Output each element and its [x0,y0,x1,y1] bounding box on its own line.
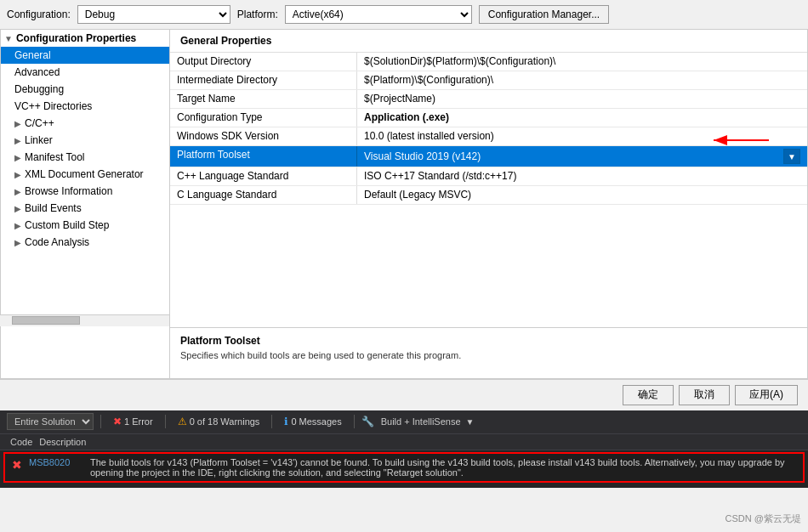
build-label: Build + IntelliSense [381,416,461,427]
desc-title: Platform Toolset [180,335,797,347]
configuration-bar: Configuration: Debug Platform: Active(x6… [0,0,808,30]
config-label: Configuration: [7,8,71,20]
ok-button[interactable]: 确定 [623,385,674,405]
error-row-msb8020[interactable]: ✖ MSB8020 The build tools for v143 (Plat… [3,452,805,483]
tree-item-vc-directories[interactable]: VC++ Directories [1,98,169,115]
prop-output-dir[interactable]: Output Directory $(SolutionDir)$(Platfor… [170,53,807,71]
toolbar-separator-1 [100,415,101,428]
error-icon: ✖ [113,416,122,427]
tree-item-manifest-tool[interactable]: ▶ Manifest Tool [1,149,169,166]
tree-panel: ▼ Configuration Properties General Advan… [0,30,170,379]
expand-arrow: ▼ [4,34,13,43]
toolset-dropdown-button[interactable]: ▼ [783,149,800,164]
toolbar-separator-4 [354,415,355,428]
warning-icon: ⚠ [178,416,187,427]
props-table: Output Directory $(SolutionDir)$(Platfor… [170,53,807,327]
message-count-text: 0 Messages [291,416,341,427]
tree-item-linker[interactable]: ▶ Linker [1,132,169,149]
props-header: General Properties [170,30,807,53]
apply-button[interactable]: 应用(A) [735,385,798,405]
tree-item-browse-info[interactable]: ▶ Browse Information [1,183,169,200]
build-filter-icon: 🔧 [361,416,374,427]
prop-intermediate-dir[interactable]: Intermediate Directory $(Platform)\$(Con… [170,71,807,90]
message-count-badge[interactable]: ℹ 0 Messages [279,414,346,429]
config-manager-button[interactable]: Configuration Manager... [479,5,609,24]
csdn-watermark: CSDN @紫云无堤 [725,512,801,525]
prop-platform-toolset[interactable]: Platform Toolset Visual Studio 2019 (v14… [170,146,807,167]
tree-root[interactable]: ▼ Configuration Properties [1,30,169,47]
bottom-buttons-bar: 确定 取消 应用(A) [0,379,808,410]
error-code: MSB8020 [29,457,80,467]
prop-c-standard[interactable]: C Language Standard Default (Legacy MSVC… [170,186,807,205]
linker-expand-icon: ▶ [14,136,21,145]
manifest-expand-icon: ▶ [14,153,21,162]
col-header-code: Code [7,436,36,448]
toolbar-separator-3 [271,415,272,428]
buildevents-expand-icon: ▶ [14,204,21,213]
error-panel: Entire Solution ✖ 1 Error ⚠ 0 of 18 Warn… [0,410,808,488]
warning-count-badge[interactable]: ⚠ 0 of 18 Warnings [173,414,265,429]
tree-item-code-analysis[interactable]: ▶ Code Analysis [1,234,169,251]
toolbar-separator-2 [165,415,166,428]
prop-cpp-standard[interactable]: C++ Language Standard ISO C++17 Standard… [170,167,807,186]
col-header-description: Description [36,436,89,448]
xmldoc-expand-icon: ▶ [14,170,21,179]
cancel-button[interactable]: 取消 [679,385,730,405]
build-dropdown-icon[interactable]: ▼ [466,417,475,427]
cpp-expand-icon: ▶ [14,119,21,128]
tree-item-build-events[interactable]: ▶ Build Events [1,200,169,217]
config-select[interactable]: Debug [77,5,230,24]
error-count-text: 1 Error [124,416,153,427]
warning-count-text: 0 of 18 Warnings [190,416,260,427]
prop-target-name[interactable]: Target Name $(ProjectName) [170,90,807,109]
tree-scrollbar[interactable] [0,314,170,326]
browse-expand-icon: ▶ [14,187,21,196]
error-count-badge[interactable]: ✖ 1 Error [108,414,158,429]
custombuild-expand-icon: ▶ [14,221,21,230]
tree-item-xml-doc[interactable]: ▶ XML Document Generator [1,166,169,183]
platform-select[interactable]: Active(x64) [285,5,472,24]
error-table-header: Code Description [0,434,808,450]
description-area: Platform Toolset Specifies which build t… [170,327,807,378]
toolset-value-text: Visual Studio 2019 (v142) [364,150,481,162]
desc-text: Specifies which build tools are being us… [180,350,797,360]
properties-panel: General Properties Output Directory $(So… [170,30,808,379]
error-row-icon: ✖ [12,458,22,472]
tree-item-custom-build[interactable]: ▶ Custom Build Step [1,217,169,234]
scope-select[interactable]: Entire Solution [7,413,94,430]
codeanalysis-expand-icon: ▶ [14,238,21,247]
toolset-value-container: Visual Studio 2019 (v142) ▼ [364,149,800,164]
tree-item-general[interactable]: General [1,47,169,64]
platform-label: Platform: [237,8,278,20]
tree-item-cpp[interactable]: ▶ C/C++ [1,115,169,132]
error-message: The build tools for v143 (Platform Tools… [90,457,796,478]
prop-sdk-version[interactable]: Windows SDK Version 10.0 (latest install… [170,127,807,146]
tree-item-advanced[interactable]: Advanced [1,64,169,81]
tree-item-debugging[interactable]: Debugging [1,81,169,98]
error-toolbar: Entire Solution ✖ 1 Error ⚠ 0 of 18 Warn… [0,410,808,434]
info-icon: ℹ [284,416,288,427]
prop-config-type[interactable]: Configuration Type Application (.exe) [170,109,807,127]
